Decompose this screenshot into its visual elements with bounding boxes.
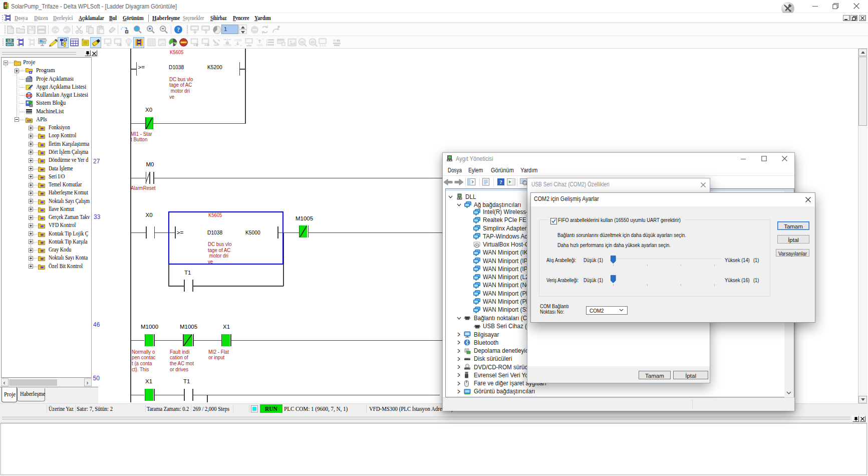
svg-text:API: API <box>27 119 32 122</box>
svg-text:0101: 0101 <box>257 44 263 47</box>
svg-text:CODE: CODE <box>223 44 231 47</box>
svg-text:3 4 5: 3 4 5 <box>320 44 326 47</box>
svg-text:OUT: OUT <box>7 43 13 46</box>
svg-text:M: M <box>300 40 304 45</box>
svg-text:?: ? <box>177 27 180 33</box>
svg-text:CODE: CODE <box>234 39 242 42</box>
svg-text:?: ? <box>499 179 502 185</box>
svg-text:IP: IP <box>311 40 315 45</box>
svg-text:LD: LD <box>8 39 12 42</box>
